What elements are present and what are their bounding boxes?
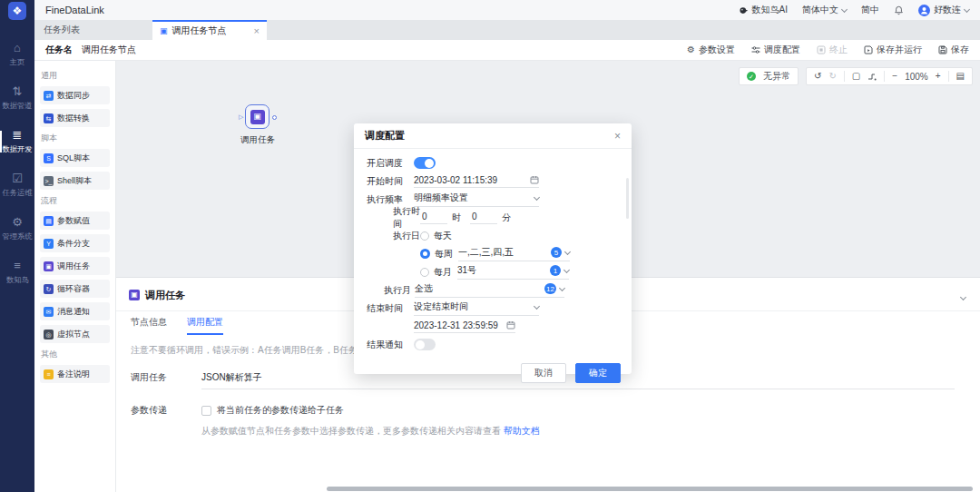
param-pass-checkbox[interactable] [201, 406, 211, 416]
param-settings-button[interactable]: ⚙ 参数设置 [687, 44, 735, 56]
fit-view-icon[interactable]: ▢ [852, 72, 860, 81]
node-item-label: 虚拟节点 [57, 329, 90, 340]
tab-node-info[interactable]: 节点信息 [131, 311, 167, 335]
start-time-input[interactable]: 2023-03-02 11:15:39 [414, 175, 539, 188]
node-item-virtual-node[interactable]: ◎ 虚拟节点 [40, 325, 110, 343]
notify-label: 结果通知 [367, 339, 414, 351]
bird-icon [739, 5, 749, 15]
cancel-button[interactable]: 取消 [521, 363, 566, 383]
node-item-loop-container[interactable]: ↻ 循环容器 [40, 280, 110, 298]
note-icon: ≡ [44, 369, 54, 379]
calendar-icon[interactable] [530, 175, 539, 184]
rail-item-label: 数知鸟 [6, 275, 29, 286]
node-item-label: 备注说明 [57, 369, 90, 380]
tab-strip: 任务列表 ▣ 调用任务节点 × [34, 20, 980, 40]
zoom-in-icon[interactable]: + [936, 72, 941, 81]
confirm-button[interactable]: 确定 [575, 363, 621, 383]
enable-schedule-toggle[interactable] [414, 157, 436, 169]
status-chip[interactable]: ✓ 无异常 [739, 67, 799, 85]
panel-title: 调用任务 [145, 289, 185, 302]
ai-assistant-button[interactable]: 数知鸟AI [739, 4, 788, 16]
horizontal-scrollbar[interactable] [327, 487, 973, 491]
rail-item-home[interactable]: ⌂ 主页 [0, 33, 34, 76]
weekly-select[interactable]: 一,二,三,四,五 5 [458, 246, 570, 261]
rail-item-shuzhiniao[interactable]: ≡ 数知鸟 [0, 251, 34, 294]
node-item-label: 参数赋值 [57, 215, 90, 227]
daily-label: 每天 [434, 230, 452, 242]
save-and-run-button[interactable]: 保存并运行 [864, 44, 922, 56]
node-item-data-sync[interactable]: ⇄ 数据同步 [40, 86, 110, 104]
weekly-radio[interactable] [420, 249, 430, 259]
node-item-sql-script[interactable]: S SQL脚本 [40, 149, 110, 167]
notification-bell-icon[interactable] [894, 5, 904, 15]
node-item-message-notify[interactable]: ✉ 消息通知 [40, 302, 110, 320]
schedule-config-modal: 调度配置 × 开启调度 开始时间 2023-03-02 11:15:39 执行频… [354, 123, 632, 374]
exec-day-monthly-row: 每月 31号 1 [420, 266, 619, 278]
exec-minute-input[interactable] [470, 212, 497, 224]
output-port[interactable] [272, 115, 277, 120]
app-logo-icon: ❖ [8, 2, 26, 20]
virtual-node-icon: ◎ [44, 330, 54, 339]
divider [948, 71, 949, 82]
schedule-config-button[interactable]: 调度配置 [751, 44, 800, 56]
save-label: 保存 [951, 44, 969, 56]
modal-body: 开启调度 开始时间 2023-03-02 11:15:39 执行频率 明细频率设… [354, 149, 632, 357]
ai-assistant-label: 数知鸟AI [752, 4, 788, 16]
monthly-select[interactable]: 31号 1 [457, 264, 569, 280]
frequency-select[interactable]: 明细频率设置 [414, 192, 539, 207]
hour-unit: 时 [452, 212, 461, 224]
input-port[interactable]: ▷ [239, 113, 243, 120]
node-item-shell-script[interactable]: >_ Shell脚本 [40, 172, 110, 190]
chevron-down-icon [564, 248, 571, 254]
rail-item-data-pipeline[interactable]: ⇅ 数据管道 [0, 76, 34, 120]
tab-call-task-node[interactable]: ▣ 调用任务节点 × [152, 20, 267, 40]
monthly-radio[interactable] [420, 268, 429, 277]
tab-call-config[interactable]: 调用配置 [187, 311, 223, 335]
save-button[interactable]: 保存 [938, 44, 969, 56]
data-dev-icon: ≣ [13, 129, 23, 141]
close-icon[interactable]: × [254, 25, 260, 36]
language-selector[interactable]: 简体中文 [802, 4, 847, 16]
task-actions: ⚙ 参数设置 调度配置 终止 保存并运行 保存 [687, 44, 969, 56]
node-item-param-assign[interactable]: ▤ 参数赋值 [40, 212, 110, 230]
call-task-node[interactable]: ▷ ▣ [245, 104, 270, 129]
modal-scrollbar[interactable] [626, 178, 629, 219]
connector-icon[interactable] [867, 72, 877, 81]
divider [884, 71, 885, 82]
user-menu[interactable]: 好数连 [918, 4, 969, 16]
rail-item-data-dev[interactable]: ≣ 数据开发 [0, 120, 34, 163]
rail-item-label: 任务运维 [2, 188, 32, 199]
shell-script-icon: >_ [44, 176, 54, 186]
exec-month-select[interactable]: 全选 12 [415, 282, 564, 298]
chevron-down-icon[interactable] [959, 285, 967, 305]
close-icon[interactable]: × [614, 131, 621, 142]
topbar-right: 数知鸟AI 简体中文 简中 好数连 [739, 4, 969, 16]
minute-unit: 分 [502, 212, 511, 224]
end-time-input[interactable]: 2023-12-31 23:59:59 [414, 320, 515, 333]
rail-item-admin[interactable]: ⚙ 管理系统 [0, 207, 34, 251]
calendar-icon[interactable] [506, 320, 515, 330]
end-time-value: 2023-12-31 23:59:59 [414, 320, 503, 330]
call-task-field-label: 调用任务 [131, 371, 201, 384]
node-item-label: 消息通知 [57, 306, 90, 318]
end-time-mode-select[interactable]: 设定结束时间 [414, 300, 539, 316]
stop-label: 终止 [829, 44, 848, 56]
node-item-note[interactable]: ≡ 备注说明 [40, 365, 110, 383]
result-notify-toggle[interactable] [414, 339, 436, 350]
undo-icon[interactable]: ↺ [814, 72, 821, 81]
node-item-condition-branch[interactable]: Y 条件分支 [40, 234, 110, 252]
zoom-out-icon[interactable]: − [892, 72, 897, 81]
node-item-data-transform[interactable]: ⇆ 数据转换 [40, 109, 110, 127]
daily-radio[interactable] [420, 231, 429, 241]
monthly-label: 每月 [434, 266, 452, 279]
tab-task-list[interactable]: 任务列表 [34, 20, 89, 40]
rail-item-task-ops[interactable]: ☑ 任务运维 [0, 163, 34, 207]
exec-hour-input[interactable] [420, 212, 447, 224]
minimap-icon[interactable]: ▤ [956, 72, 965, 81]
help-doc-link[interactable]: 帮助文档 [504, 426, 540, 436]
redo-icon[interactable]: ↻ [828, 72, 836, 81]
node-item-call-task[interactable]: ▣ 调用任务 [40, 257, 110, 275]
weekly-label: 每周 [435, 248, 453, 261]
app-logo[interactable]: ❖ [0, 0, 34, 22]
rail-item-label: 主页 [10, 57, 25, 68]
